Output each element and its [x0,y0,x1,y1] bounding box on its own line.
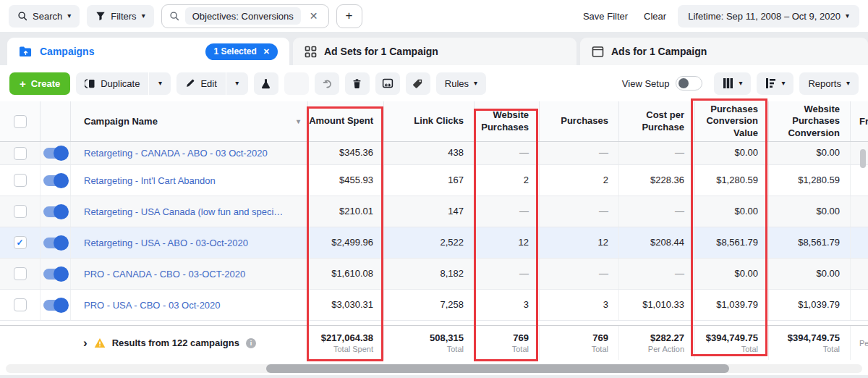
row-checkbox[interactable] [14,205,27,218]
caret-down-icon: ▾ [781,80,785,87]
search-icon [169,11,179,21]
column-header-cost-per-purchase[interactable]: Cost per Purchase [618,101,694,141]
website-purchases-conversion-cell: $1,280.59 [768,165,850,196]
table-row[interactable]: PRO - CANADA - CBO - 03-OCT-2020 $1,610.… [0,259,868,290]
column-header-website-purchases-conversion[interactable]: Website Purchases Conversion [768,101,850,141]
link-clicks-cell: 2,522 [383,227,474,258]
breakdown-button[interactable]: ▾ [757,72,793,95]
filter-bar: Search ▾ Filters ▾ Objectives: Conversio… [0,0,868,32]
sort-caret-icon[interactable]: ▾ [297,117,300,125]
search-icon [17,11,27,21]
column-header-purchases-conversion-value[interactable]: Purchases Conversion Value [694,101,768,141]
campaign-name-link[interactable]: PRO - CANADA - CBO - 03-OCT-2020 [84,269,245,280]
campaign-name-link[interactable]: Retargeting - CANADA - ABO - 03 Oct-2020 [84,148,268,159]
info-icon[interactable]: i [246,338,256,348]
row-checkbox[interactable] [14,147,27,160]
edit-label: Edit [200,78,216,89]
row-checkbox[interactable] [14,174,27,187]
tag-button[interactable] [406,72,430,95]
selected-count-label: 1 Selected [213,46,256,56]
campaign-name-link[interactable]: Retargeting - Int'l Cart Abandon [84,175,216,186]
columns-button[interactable]: ▾ [714,72,751,95]
save-filter-button[interactable]: Save Filter [579,11,632,22]
row-checkbox-checked[interactable]: ✓ [14,236,27,249]
campaign-name-link[interactable]: Retargeting - USA Canada (low fun and sp… [84,206,283,217]
column-header-frequency[interactable]: Fre [850,101,868,141]
column-header-website-purchases[interactable]: Website Purchases [474,101,539,141]
purchases-conversion-value-total: $394,749.75Total [694,326,768,360]
table-row[interactable]: Retargeting - CANADA - ABO - 03 Oct-2020… [0,142,868,165]
table-row[interactable]: PRO - USA - CBO - 03 Oct-2020 $3,030.31 … [0,290,868,321]
table-row[interactable]: Retargeting - USA Canada (low fun and sp… [0,196,868,227]
select-all-checkbox[interactable] [14,115,27,128]
amount-spent-total: $217,064.38Total Spent [307,326,383,360]
export-button[interactable] [375,72,400,95]
caret-down-icon: ▾ [142,12,145,20]
filter-search-field[interactable]: Objectives: Conversions ✕ [161,4,329,28]
edit-split-button: Edit ▾ [176,72,247,95]
edit-dropdown-button[interactable]: ▾ [226,72,248,95]
rules-label: Rules [445,78,469,89]
purchases-cell: — [539,259,618,289]
undo-button[interactable] [315,72,339,95]
duplicate-dropdown-button[interactable]: ▾ [149,72,171,95]
inactive-tool-button [284,72,309,95]
cost-per-purchase-cell: $1,010.33 [618,290,694,320]
clear-filter-button[interactable]: Clear [639,11,671,22]
campaign-active-toggle[interactable] [43,175,67,186]
toggle-column-header [40,101,70,141]
row-checkbox[interactable] [14,267,27,280]
search-button[interactable]: Search ▾ [9,5,80,28]
row-checkbox[interactable] [14,298,27,311]
selected-count-badge[interactable]: 1 Selected ✕ [205,43,278,60]
tab-ad-sets[interactable]: Ad Sets for 1 Campaign [293,38,576,65]
column-header-amount-spent[interactable]: Amount Spent [307,101,383,141]
cost-per-purchase-cell: — [618,142,694,164]
undo-icon [321,77,333,89]
results-summary-label: Results from 122 campaigns [112,337,239,348]
table-row[interactable]: Retargeting - Int'l Cart Abandon $455.93… [0,165,868,196]
create-button[interactable]: + Create [9,72,70,95]
website-purchases-cell: 2 [474,165,539,196]
frequency-total: Pe [850,326,868,360]
purchases-cell: — [539,142,618,164]
caret-down-icon: ▾ [158,80,162,87]
tab-ads[interactable]: Ads for 1 Campaign [580,38,868,65]
tab-campaigns[interactable]: Campaigns 1 Selected ✕ [7,38,289,65]
duplicate-button[interactable]: Duplicate [76,72,148,95]
date-range-button[interactable]: Lifetime: Sep 11, 2008 – Oct 9, 2020 ▾ [678,5,859,28]
website-purchases-conversion-total: $394,749.75Total [768,326,850,360]
horizontal-scrollbar-thumb[interactable] [266,364,729,373]
website-purchases-conversion-cell: $0.00 [768,142,850,164]
campaign-name-link[interactable]: PRO - USA - CBO - 03 Oct-2020 [84,300,221,311]
ab-test-button[interactable] [254,72,278,95]
clear-selection-icon[interactable]: ✕ [263,47,270,56]
campaign-active-toggle[interactable] [43,269,67,280]
column-header-link-clicks[interactable]: Link Clicks [383,101,474,141]
tab-ads-label: Ads for 1 Campaign [611,46,707,57]
campaign-active-toggle[interactable] [43,206,67,217]
horizontal-scrollbar[interactable] [6,364,862,373]
ads-manager-screen: Search ▾ Filters ▾ Objectives: Conversio… [0,0,868,378]
remove-filter-icon[interactable]: ✕ [307,10,321,22]
filters-button[interactable]: Filters ▾ [87,5,153,28]
rules-button[interactable]: Rules ▾ [436,72,486,95]
edit-button[interactable]: Edit [176,72,225,95]
reports-button[interactable]: Reports ▾ [799,72,859,95]
purchases-cell: — [539,196,618,227]
campaign-active-toggle[interactable] [43,300,67,311]
column-header-campaign-name[interactable]: Campaign Name ▾ [70,101,307,141]
campaign-active-toggle[interactable] [43,148,67,159]
delete-button[interactable] [345,72,370,95]
add-filter-button[interactable]: + [336,4,362,28]
amount-spent-cell: $345.36 [307,142,383,164]
active-filter-chip[interactable]: Objectives: Conversions [185,7,301,25]
purchases-cell: 12 [539,227,618,258]
vertical-scrollbar-thumb[interactable] [860,149,866,168]
table-row-selected[interactable]: ✓ Retargeting - USA - ABO - 03-Oct-2020 … [0,227,868,259]
campaign-name-link[interactable]: Retargeting - USA - ABO - 03-Oct-2020 [84,238,248,248]
column-header-purchases[interactable]: Purchases [539,101,618,141]
chevron-right-icon[interactable]: › [83,337,88,349]
view-setup-toggle[interactable] [676,76,702,91]
campaign-active-toggle[interactable] [43,238,67,248]
